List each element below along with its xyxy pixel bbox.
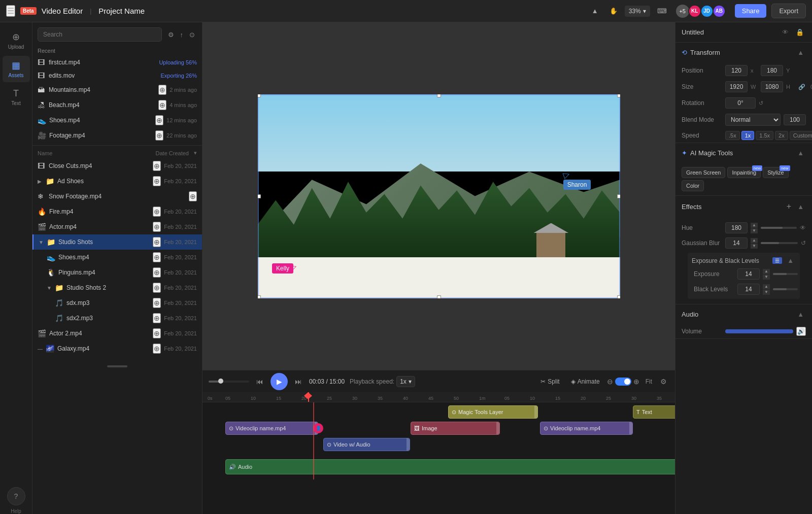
file-closecuts[interactable]: 🎞 Close Cuts.mp4 ⊕ Feb 20, 2021 bbox=[32, 158, 202, 174]
sidebar-assets[interactable]: ▦ Assets bbox=[3, 56, 30, 82]
sidebar-upload[interactable]: ⊕ Upload bbox=[3, 27, 30, 54]
image-clip-resize[interactable] bbox=[496, 422, 499, 434]
menu-icon-button[interactable]: ☰ bbox=[6, 5, 15, 17]
folder-studioshots[interactable]: ▼ 📁 Studio Shots ⊕ Feb 20, 2021 bbox=[32, 234, 202, 250]
split-button[interactable]: ✂ Split bbox=[536, 376, 563, 387]
progress-thumb[interactable] bbox=[218, 379, 223, 384]
speed-chip-05x[interactable]: .5x bbox=[725, 131, 740, 140]
file-actor[interactable]: 🎬 Actor.mp4 ⊕ Feb 20, 2021 bbox=[32, 219, 202, 234]
black-step-up[interactable]: ▲ bbox=[763, 284, 770, 289]
sort-arrow[interactable]: ▾ bbox=[194, 150, 197, 156]
file-actor2[interactable]: 🎬 Actor 2.mp4 ⊕ Feb 20, 2021 bbox=[32, 326, 202, 341]
ai-magic-header[interactable]: ✦ AI Magic Tools ▲ bbox=[675, 143, 812, 163]
blur-reset-button[interactable]: ↺ bbox=[801, 239, 806, 247]
add-footage-button[interactable]: ⊕ bbox=[155, 130, 163, 141]
folder-studioshots2[interactable]: ▼ 📁 Studio Shots 2 ⊕ Feb 20, 2021 bbox=[32, 280, 202, 295]
add-pinguins-button[interactable]: ⊕ bbox=[153, 267, 161, 278]
play-button[interactable]: ▶ bbox=[270, 373, 288, 390]
add-actor2-button[interactable]: ⊕ bbox=[153, 328, 161, 338]
add-beach-button[interactable]: ⊕ bbox=[158, 100, 166, 110]
video2-clip-resize[interactable] bbox=[629, 422, 632, 434]
black-step-down[interactable]: ▼ bbox=[763, 290, 770, 295]
file-shoes-recent[interactable]: 👟 Shoes.mp4 ⊕ 12 mins ago bbox=[32, 113, 202, 128]
rotation-input[interactable] bbox=[725, 97, 756, 109]
hue-input[interactable] bbox=[725, 222, 748, 233]
title-visibility-button[interactable]: 👁 bbox=[780, 27, 791, 37]
black-input[interactable] bbox=[737, 284, 760, 295]
file-fire[interactable]: 🔥 Fire.mp4 ⊕ Feb 20, 2021 bbox=[32, 204, 202, 219]
add-closecuts-button[interactable]: ⊕ bbox=[153, 161, 161, 171]
audio-header[interactable]: Audio ▲ bbox=[675, 304, 812, 324]
exposure-slider[interactable] bbox=[773, 273, 798, 275]
add-actor-button[interactable]: ⊕ bbox=[153, 222, 161, 232]
hue-slider[interactable] bbox=[761, 227, 797, 229]
file-footage[interactable]: 🎥 Footage.mp4 ⊕ 22 mins ago bbox=[32, 128, 202, 143]
videoaudio-clip-resize[interactable] bbox=[407, 438, 410, 451]
file-pinguins[interactable]: 🐧 Pinguins.mp4 ⊕ Feb 20, 2021 bbox=[32, 265, 202, 280]
clip-audio[interactable]: 🔊 Audio bbox=[225, 459, 675, 474]
clip-video-1[interactable]: ⊙ Videoclip name.mp4 bbox=[225, 422, 318, 435]
skip-back-button[interactable]: ⏮ bbox=[254, 375, 265, 388]
speed-chip-15x[interactable]: 1.5x bbox=[756, 131, 773, 140]
exposure-group-expand[interactable]: ☰ bbox=[772, 257, 782, 264]
zoom-toggle[interactable] bbox=[615, 378, 631, 386]
zoom-plus-button[interactable]: ⊕ bbox=[633, 378, 639, 386]
audio-collapse[interactable]: ▲ bbox=[795, 310, 806, 319]
sort-icon-button[interactable]: ↑ bbox=[178, 29, 186, 41]
zoom-dropdown[interactable]: 33% ▾ bbox=[625, 6, 650, 17]
add-adshoes-button[interactable]: ⊕ bbox=[153, 176, 161, 186]
add-galaxy-button[interactable]: ⊕ bbox=[153, 344, 161, 354]
exposure-group-collapse[interactable]: ▲ bbox=[785, 256, 796, 265]
effects-header[interactable]: Effects + ▲ bbox=[675, 196, 812, 217]
progress-track[interactable] bbox=[209, 381, 249, 383]
clip-text[interactable]: T Text bbox=[633, 405, 675, 419]
blend-percent-input[interactable] bbox=[784, 114, 806, 125]
exposure-step-up[interactable]: ▲ bbox=[763, 269, 770, 274]
size-lock-button[interactable]: 🔗 bbox=[796, 83, 807, 91]
blur-input[interactable] bbox=[725, 237, 748, 249]
size-h-input[interactable] bbox=[761, 81, 783, 92]
title-lock-button[interactable]: 🔒 bbox=[794, 27, 806, 37]
folder-galaxy[interactable]: — 🌌 Galaxy.mp4 ⊕ Feb 20, 2021 bbox=[32, 341, 202, 356]
volume-mute-button[interactable]: 🔊 bbox=[796, 327, 806, 336]
file-sdx[interactable]: 🎵 sdx.mp3 ⊕ Feb 20, 2021 bbox=[32, 295, 202, 311]
add-effect-button[interactable]: + bbox=[785, 201, 793, 212]
keyboard-button[interactable]: ⌨ bbox=[653, 5, 671, 17]
position-y-input[interactable] bbox=[761, 65, 783, 76]
skip-forward-button[interactable]: ⏭ bbox=[293, 375, 304, 388]
transform-header[interactable]: ⟲ Transform ▲ bbox=[675, 43, 812, 62]
help-button[interactable]: ? bbox=[7, 487, 25, 505]
transform-collapse-button[interactable]: ▲ bbox=[795, 48, 806, 57]
clip-image[interactable]: 🖼 Image bbox=[411, 422, 500, 435]
fit-button[interactable]: Fit bbox=[642, 376, 655, 387]
blur-step-down[interactable]: ▼ bbox=[751, 244, 758, 249]
export-button[interactable]: Export bbox=[771, 4, 806, 18]
add-ss2-button[interactable]: ⊕ bbox=[153, 283, 161, 293]
clip-magic-tools[interactable]: ⊙ Magic Tools Layer bbox=[448, 405, 538, 419]
exposure-step-down[interactable]: ▼ bbox=[763, 275, 770, 280]
volume-slider[interactable] bbox=[725, 329, 793, 333]
add-sdx2-button[interactable]: ⊕ bbox=[153, 313, 161, 323]
file-edits[interactable]: 🎞 edits.mov Exporting 26% bbox=[32, 69, 202, 82]
filter-icon-button[interactable]: ⚙ bbox=[166, 29, 176, 41]
ai-color-button[interactable]: Color bbox=[682, 180, 704, 191]
ai-green-screen-button[interactable]: Green Screen bbox=[682, 167, 725, 178]
blur-step-up[interactable]: ▲ bbox=[751, 238, 758, 243]
speed-dropdown[interactable]: 1x ▾ bbox=[396, 376, 415, 387]
position-x-input[interactable] bbox=[725, 65, 748, 76]
speed-chip-custom[interactable]: Custom bbox=[790, 131, 812, 140]
file-shoes-sub[interactable]: 👟 Shoes.mp4 ⊕ Feb 20, 2021 bbox=[32, 250, 202, 265]
ai-magic-collapse[interactable]: ▲ bbox=[795, 148, 806, 158]
speed-chip-2x[interactable]: 2x bbox=[775, 131, 788, 140]
timeline-settings-button[interactable]: ⚙ bbox=[658, 375, 669, 388]
ai-stylize-button[interactable]: Stylize new bbox=[763, 167, 788, 178]
exposure-input[interactable] bbox=[737, 268, 760, 280]
canvas-viewport[interactable]: Sharon Kelly ▷ ▷ bbox=[202, 22, 675, 370]
effects-collapse[interactable]: ▲ bbox=[795, 201, 806, 212]
ai-inpainting-button[interactable]: Inpainting new bbox=[727, 167, 761, 178]
file-firstcut[interactable]: 🎞 firstcut.mp4 Uploading 56% bbox=[32, 56, 202, 69]
hue-step-down[interactable]: ▼ bbox=[751, 228, 758, 233]
search-input[interactable] bbox=[38, 27, 162, 42]
add-studioshots-button[interactable]: ⊕ bbox=[153, 237, 161, 247]
add-fire-button[interactable]: ⊕ bbox=[153, 207, 161, 217]
